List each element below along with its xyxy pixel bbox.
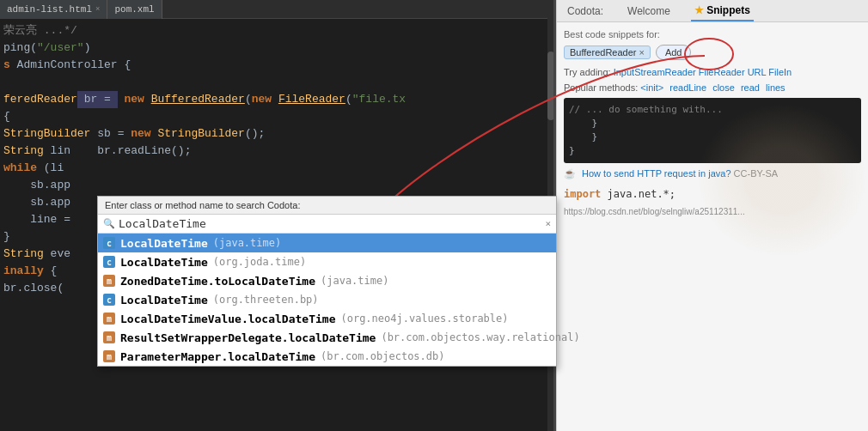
face-decoration (696, 103, 868, 258)
snippet-link-icon: ☕ (564, 168, 576, 179)
code-line: 荣云亮 ...*/ (0, 22, 554, 39)
code-line: ping("/user") (0, 39, 554, 57)
ac-class-icon: c (103, 256, 115, 268)
method-init-link[interactable]: <init> (640, 82, 663, 93)
ac-method-icon: m (103, 331, 115, 343)
panel-tab-welcome[interactable]: Welcome (624, 2, 674, 21)
code-line: s AdminController { (0, 57, 554, 74)
tag-row: BufferedReader × Add (564, 45, 861, 60)
tab-label: pom.xml (114, 4, 154, 15)
tag-label: BufferedReader (570, 47, 636, 58)
ac-item-name: LocalDateTime (120, 256, 208, 269)
method-close-link[interactable]: close (712, 82, 735, 93)
star-icon: ★ (694, 4, 704, 16)
ac-class-icon: c (103, 294, 115, 306)
method-lines-link[interactable]: lines (766, 82, 785, 93)
code-line-while: while (li (0, 160, 554, 177)
ac-search-row: 🔍 × (98, 215, 556, 234)
try-filereader-link[interactable]: FileReader (699, 67, 745, 77)
ac-item-package: (org.neo4j.values.storable) (340, 313, 508, 325)
bufferedreader-tag[interactable]: BufferedReader × (564, 46, 651, 59)
panel-tab-codota[interactable]: Codota: (564, 2, 607, 21)
ac-item-name: ParameterMapper.localDateTime (120, 350, 315, 363)
ac-item-package: (br.com.objectos.way.relational) (381, 331, 579, 343)
try-filein-link[interactable]: FileIn (768, 67, 792, 77)
ac-item-package: (java.time) (321, 275, 388, 287)
code-line (0, 74, 554, 91)
code-line: sb.app (0, 177, 554, 194)
popular-methods-label: Popular methods: (564, 82, 638, 93)
ac-method-icon: m (103, 350, 115, 362)
best-for-label: Best code snippets for: (564, 29, 861, 39)
ac-method-icon: m (103, 313, 115, 325)
method-read-link[interactable]: read (741, 82, 760, 93)
ac-item-0[interactable]: c LocalDateTime (java.time) (98, 234, 556, 252)
add-button[interactable]: Add (656, 45, 692, 60)
ac-item-1[interactable]: c LocalDateTime (org.joda.time) (98, 252, 556, 271)
right-panel: Codota: Welcome ★ Snippets Best code sni… (556, 0, 868, 431)
ac-class-icon: c (103, 237, 115, 249)
search-icon: 🔍 (103, 218, 115, 229)
ac-search-input[interactable] (119, 217, 545, 230)
autocomplete-popup: Enter class or method name to search Cod… (97, 196, 557, 367)
ac-item-5[interactable]: m ResultSetWrapperDelegate.localDateTime… (98, 328, 556, 347)
ac-item-name: LocalDateTime (120, 294, 208, 307)
tag-remove-icon[interactable]: × (639, 47, 644, 58)
code-line: StringBuilder sb = new StringBuilder (); (0, 125, 554, 143)
try-adding-row: Try adding: InputStreamReader FileReader… (564, 67, 861, 77)
ac-item-name: ResultSetWrapperDelegate.localDateTime (120, 331, 376, 344)
ac-item-name: ZonedDateTime.toLocalDateTime (120, 275, 315, 288)
popular-methods-row: Popular methods: <init> readLine close r… (564, 82, 861, 93)
right-panel-header: Codota: Welcome ★ Snippets (557, 0, 868, 22)
ac-method-icon: m (103, 275, 115, 287)
try-inputstreamreader-link[interactable]: InputStreamReader (614, 67, 696, 77)
ac-item-package: (org.joda.time) (213, 256, 306, 268)
try-url-link[interactable]: URL (748, 67, 767, 77)
panel-tab-snippets[interactable]: ★ Snippets (691, 1, 754, 21)
tab-bar: admin-list.html × pom.xml (0, 0, 554, 19)
tab-label: admin-list.html (7, 4, 92, 15)
ac-item-4[interactable]: m LocalDateTimeValue.localDateTime (org.… (98, 309, 556, 328)
ac-clear-icon[interactable]: × (545, 218, 551, 229)
ac-item-6[interactable]: m ParameterMapper.localDateTime (br.com.… (98, 347, 556, 366)
ac-item-package: (java.time) (213, 237, 281, 249)
ac-item-name: LocalDateTimeValue.localDateTime (120, 313, 335, 325)
ac-item-package: (org.threeten.bp) (213, 294, 319, 306)
ac-item-package: (br.com.objectos.db) (321, 350, 445, 362)
tab-pom[interactable]: pom.xml (107, 0, 162, 19)
ac-item-2[interactable]: m ZonedDateTime.toLocalDateTime (java.ti… (98, 271, 556, 290)
ac-item-name: LocalDateTime (120, 237, 208, 250)
ac-header: Enter class or method name to search Cod… (98, 197, 556, 215)
code-line: feredReader br = new BufferedReader ( ne… (0, 91, 554, 108)
tab-admin-list[interactable]: admin-list.html × (0, 0, 107, 19)
try-adding-label: Try adding: (564, 67, 611, 77)
code-line: String lin br.readLine(); (0, 143, 554, 160)
ac-item-3[interactable]: c LocalDateTime (org.threeten.bp) (98, 290, 556, 309)
code-line: { (0, 108, 554, 125)
tab-close-icon[interactable]: × (95, 5, 100, 14)
method-readline-link[interactable]: readLine (669, 82, 706, 93)
